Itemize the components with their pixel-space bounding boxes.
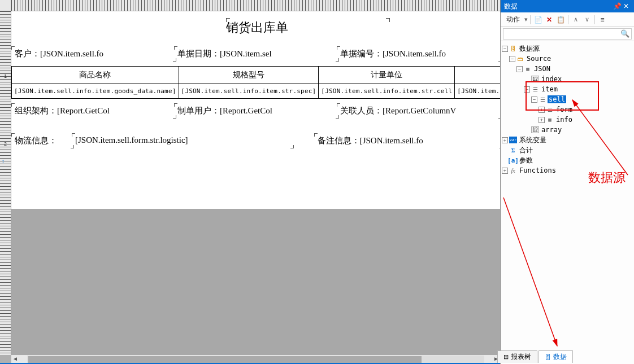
datasource-icon: 🗃 [516,55,524,62]
doc-value: [JSON.item.sell.fo [383,49,446,58]
date-field[interactable]: 单据日期：[JSON.item.sel [175,47,338,60]
vertical-ruler[interactable]: 1 2 ↕ [0,11,11,355]
search-icon[interactable]: 🔍 [620,29,629,38]
tree-root[interactable]: −🗄数据源 [502,43,633,54]
tab-data[interactable]: 🗄数据 [539,350,573,363]
menu-icon[interactable]: ≡ [597,15,607,25]
pin-icon[interactable]: 📌 [613,2,622,10]
tree-vars[interactable]: +var系统变量 [502,135,633,145]
panel-toolbar: 动作▾ 📄 ✕ 📋 ∧ ∨ ≡ [501,12,634,27]
table-header-row[interactable]: 商品名称 规格型号 计量单位 仓库 [12,67,501,84]
cell-warehouse[interactable]: [JSON.item.sell.info.item.warehouse_data… [455,84,500,99]
date-value: [JSON.item.sel [220,49,272,58]
panel-header[interactable]: 数据 📌 ✕ [501,0,634,12]
panel-title: 数据 [504,2,613,11]
tree-form[interactable]: +☰form [502,104,633,115]
fx-icon: fx [509,167,517,174]
expand-icon[interactable]: + [502,137,508,143]
report-title[interactable]: 销货出库单 [11,11,500,44]
data-panel: 数据 📌 ✕ 动作▾ 📄 ✕ 📋 ∧ ∨ ≡ 🔍 −🗄数据源 −🗃Source [500,0,634,364]
resize-handle-icon[interactable]: ↕ [2,158,10,164]
tree-source[interactable]: −🗃Source [502,54,633,64]
report-table[interactable]: 商品名称 规格型号 计量单位 仓库 [JSON.item.sell.info.i… [11,66,500,99]
cell-spec[interactable]: [JSON.item.sell.info.item.str.spec] [179,84,319,99]
dict-icon: ☰ [539,96,546,103]
new-icon[interactable]: 📄 [533,15,543,25]
expand-icon[interactable]: + [502,168,508,174]
panel-search: 🔍 [501,27,634,41]
database-icon: 🗄 [509,45,517,52]
variable-icon: var [509,137,517,143]
tree-array[interactable]: 12array [502,125,633,135]
data-tree[interactable]: −🗄数据源 −🗃Source −▦JSON 12index −☰item −☰s… [501,41,634,364]
remark-field[interactable]: 备注信息：[JSON.item.sell.fo [315,134,500,147]
tree-item[interactable]: −☰item [502,84,633,94]
table-data-row[interactable]: [JSON.item.sell.info.item.goods_data.nam… [12,84,501,99]
report-page[interactable]: 销货出库单 客户：[JSON.item.sell.fo 单据日期：[JSON.i… [11,11,500,209]
col-warehouse[interactable]: 仓库 [455,67,500,84]
search-input[interactable] [503,28,632,40]
doc-field[interactable]: 单据编号：[JSON.item.sell.fo [338,47,500,60]
up-arrow-icon[interactable]: ∧ [571,15,581,25]
dict-icon: ☰ [546,106,554,113]
number-icon: 12 [531,76,539,82]
table-icon: ▦ [524,65,532,72]
tree-sum[interactable]: Σ合计 [502,145,633,155]
tree-info[interactable]: +▦info [502,115,633,125]
doc-label: 单据编号： [340,49,383,58]
collapse-icon[interactable]: − [516,66,523,72]
col-spec[interactable]: 规格型号 [179,67,319,84]
panel-tabs: ⊞报表树 🗄数据 [497,350,574,363]
down-arrow-icon[interactable]: ∨ [582,15,592,25]
tree-sell[interactable]: −☰sell [502,94,633,104]
number-icon: 12 [531,126,539,133]
delete-icon[interactable]: ✕ [544,15,554,25]
tree-index[interactable]: 12index [502,74,633,84]
related-field[interactable]: 关联人员：[Report.GetColumnV [338,104,500,117]
logistic-label-block[interactable]: 物流信息： [12,134,73,147]
scroll-thumb[interactable] [28,356,422,363]
customer-value: [JSON.item.sell.fo [40,49,103,58]
table-icon: ▦ [546,116,554,123]
design-canvas[interactable]: 销货出库单 客户：[JSON.item.sell.fo 单据日期：[JSON.i… [11,11,500,355]
collapse-icon[interactable]: − [524,86,530,93]
logistic-field[interactable]: [JSON.item.sell.form.str.logistic] [73,134,293,147]
dict-icon: ☰ [531,86,539,93]
expand-icon[interactable]: + [539,117,545,123]
parameter-icon: [a] [509,157,517,164]
paste-icon[interactable]: 📋 [555,15,566,25]
tree-tab-icon: ⊞ [503,353,509,361]
tree-params[interactable]: [a]参数 [502,155,633,165]
col-goods[interactable]: 商品名称 [12,67,179,84]
dropdown-icon[interactable]: ▾ [524,16,528,23]
action-dropdown[interactable]: 动作 [503,14,523,25]
scroll-track[interactable] [27,356,484,363]
data-tab-icon: 🗄 [545,354,551,361]
scroll-left-icon[interactable]: ◄ [11,356,19,363]
sigma-icon: Σ [509,147,517,154]
col-unit[interactable]: 计量单位 [319,67,455,84]
close-icon[interactable]: ✕ [622,2,631,10]
tab-report-tree[interactable]: ⊞报表树 [497,350,537,363]
collapse-icon[interactable]: − [509,56,515,62]
customer-label: 客户： [15,49,40,58]
report-designer: 1 2 ↕ 销货出库单 客户：[JSON.item.sell.fo 单据日期：[… [0,0,500,364]
horizontal-ruler[interactable] [11,0,500,11]
date-label: 单据日期： [177,49,220,58]
cell-goods[interactable]: [JSON.item.sell.info.item.goods_data.nam… [12,84,179,99]
tree-functions[interactable]: +fxFunctions [502,165,633,176]
collapse-icon[interactable]: − [531,97,537,103]
collapse-icon[interactable]: − [502,46,508,52]
tree-json[interactable]: −▦JSON [502,64,633,74]
ruler-corner [0,0,11,11]
cell-unit[interactable]: [JSON.item.sell.info.item.str.cell [319,84,455,99]
maker-field[interactable]: 制单用户：[Report.GetCol [175,104,338,117]
expand-icon[interactable]: + [539,107,545,113]
org-field[interactable]: 组织架构：[Report.GetCol [12,104,175,117]
customer-field[interactable]: 客户：[JSON.item.sell.fo [12,47,175,60]
